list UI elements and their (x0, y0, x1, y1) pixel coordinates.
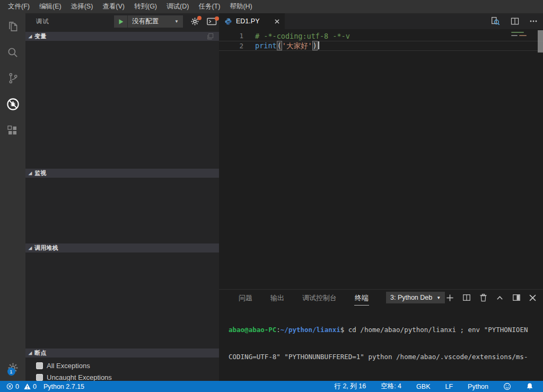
python-interpreter-status[interactable]: Python 2.7.15 (41, 381, 86, 392)
settings-gear-icon[interactable]: 1 (7, 362, 19, 373)
settings-badge: 1 (7, 368, 15, 376)
menu-file[interactable]: 文件(F) (3, 0, 34, 13)
settings-gear-container: 1 (0, 362, 25, 373)
terminal-line: abao@abao-PC:~/python/lianxi$ cd /home/a… (229, 325, 539, 334)
chevron-down-icon: ▼ (436, 295, 441, 300)
extensions-icon[interactable] (0, 117, 25, 143)
variables-body (25, 41, 219, 169)
line-number: 2 (219, 42, 243, 50)
section-call-stack-label: 调用堆栈 (34, 244, 58, 252)
language-mode-status[interactable]: Python (466, 381, 491, 392)
toggle-panel-position-icon[interactable] (512, 293, 521, 302)
notifications-bell-icon[interactable] (524, 381, 536, 392)
tab-debug-console[interactable]: 调试控制台 (302, 290, 337, 305)
terminal-output[interactable]: abao@abao-PC:~/python/lianxi$ cd /home/a… (229, 307, 539, 392)
line-number: 1 (219, 32, 243, 40)
twistie-icon: ◢ (29, 351, 32, 355)
encoding-status[interactable]: GBK (414, 381, 432, 392)
minimap[interactable] (511, 32, 535, 38)
explorer-icon[interactable] (0, 13, 25, 39)
launch-config-box: 没有配置 ▼ (114, 15, 183, 28)
configure-gear-icon[interactable] (190, 17, 199, 26)
problems-status[interactable]: 0 0 (4, 381, 39, 392)
terminal-instance-label: 3: Python Deb (390, 294, 432, 301)
twistie-icon: ◢ (29, 171, 32, 176)
python-file-icon (224, 18, 232, 25)
indentation-status[interactable]: 空格: 4 (379, 381, 404, 392)
eol-status[interactable]: LF (443, 381, 455, 392)
menu-bar: 文件(F) 编辑(E) 选择(S) 查看(V) 转到(G) 调试(D) 任务(T… (0, 0, 543, 13)
error-count: 0 (15, 383, 19, 390)
code-line-2-current: 2 print('大家好') (219, 41, 543, 51)
sidebar-title: 调试 (36, 18, 49, 25)
panel-header: 问题 输出 调试控制台 终端 3: Python Deb ▼ (219, 290, 543, 306)
menu-debug[interactable]: 调试(D) (162, 0, 194, 13)
menu-help[interactable]: 帮助(H) (225, 0, 257, 13)
close-panel-icon[interactable] (529, 294, 536, 301)
start-debug-button[interactable] (114, 15, 128, 28)
activity-bar: 1 (0, 13, 25, 381)
debug-console-icon[interactable] (207, 18, 217, 25)
section-watch-label: 监视 (34, 169, 46, 177)
debug-config-label: 没有配置 (132, 17, 159, 26)
tab-ed1py[interactable]: ED1.PY (219, 13, 285, 29)
twistie-icon: ◢ (29, 34, 32, 39)
call-stack-body (25, 252, 219, 349)
feedback-smiley-icon[interactable] (501, 381, 513, 392)
breakpoint-label: All Exceptions (47, 362, 90, 370)
tab-bar: ED1.PY (219, 13, 543, 29)
gear-notification-dot (197, 16, 202, 20)
collapse-all-icon[interactable] (207, 33, 214, 40)
debug-config-dropdown[interactable]: 没有配置 ▼ (128, 15, 183, 28)
cursor-position-status[interactable]: 行 2, 列 16 (332, 381, 368, 392)
console-notification-dot (215, 16, 219, 21)
watch-body (25, 178, 219, 243)
warning-icon (24, 383, 31, 390)
search-icon[interactable] (0, 39, 25, 65)
status-bar: 0 0 Python 2.7.15 行 2, 列 16 空格: 4 GBK LF… (0, 381, 543, 392)
uncaught-exceptions-checkbox[interactable] (36, 374, 43, 381)
breakpoint-label: Uncaught Exceptions (47, 373, 112, 381)
new-terminal-icon[interactable] (446, 294, 454, 302)
terminal-instance-dropdown[interactable]: 3: Python Deb ▼ (386, 292, 445, 303)
debug-sidebar: 调试 没有配置 ▼ (25, 13, 219, 381)
section-variables-label: 变量 (34, 32, 46, 40)
editor-scrollbar[interactable] (538, 30, 543, 53)
all-exceptions-checkbox[interactable] (36, 362, 43, 369)
section-breakpoints-label: 断点 (34, 349, 46, 357)
more-actions-icon[interactable] (529, 17, 538, 25)
source-control-icon[interactable] (0, 65, 25, 91)
maximize-panel-icon[interactable] (496, 294, 504, 302)
kill-terminal-icon[interactable] (479, 293, 487, 302)
tab-output[interactable]: 输出 (270, 290, 285, 305)
editor-group: ED1.PY (219, 13, 543, 381)
text-cursor (318, 41, 319, 49)
tab-label: ED1.PY (236, 18, 259, 25)
tab-terminal[interactable]: 终端 (354, 290, 369, 306)
error-icon (6, 383, 13, 390)
code-comment: # -*-coding:utf-8 -*-v (255, 32, 350, 40)
menu-view[interactable]: 查看(V) (98, 0, 129, 13)
menu-go[interactable]: 转到(G) (129, 0, 162, 13)
menu-edit[interactable]: 编辑(E) (34, 0, 66, 13)
debug-toolbar: 调试 没有配置 ▼ (25, 13, 219, 29)
terminal-line: CODING=UTF-8" "PYTHONUNBUFFERED=1" pytho… (229, 352, 539, 361)
open-preview-icon[interactable] (490, 16, 501, 27)
code-line-1: 1 # -*-coding:utf-8 -*-v (219, 31, 543, 41)
code-statement: print('大家好') (255, 41, 319, 51)
breakpoint-row: All Exceptions (25, 360, 219, 371)
section-watch[interactable]: ◢ 监视 (25, 169, 219, 178)
breakpoints-body: All Exceptions Uncaught Exceptions (25, 360, 219, 383)
section-call-stack[interactable]: ◢ 调用堆栈 (25, 243, 219, 252)
split-terminal-icon[interactable] (462, 293, 471, 302)
menu-selection[interactable]: 选择(S) (66, 0, 98, 13)
menu-tasks[interactable]: 任务(T) (194, 0, 225, 13)
code-editor[interactable]: 1 # -*-coding:utf-8 -*-v 2 print('大家好') (219, 29, 543, 289)
split-editor-icon[interactable] (510, 16, 520, 26)
tab-problems[interactable]: 问题 (238, 290, 253, 305)
section-breakpoints[interactable]: ◢ 断点 (25, 349, 219, 358)
tab-close-icon[interactable] (275, 19, 279, 24)
debug-icon-active[interactable] (0, 91, 25, 117)
section-variables[interactable]: ◢ 变量 (25, 32, 219, 41)
twistie-icon: ◢ (29, 246, 32, 250)
